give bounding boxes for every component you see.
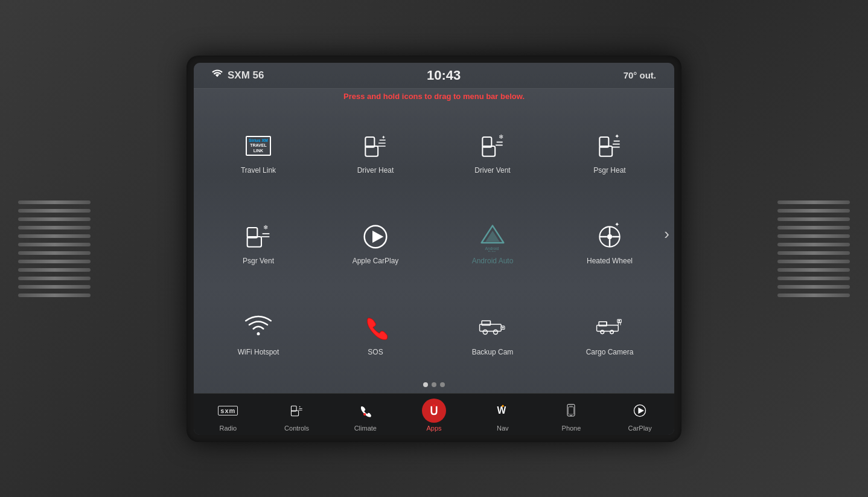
climate-icon — [357, 403, 373, 418]
apple-carplay-label: Apple CarPlay — [353, 257, 399, 265]
svg-point-49 — [618, 320, 620, 322]
next-page-arrow[interactable]: › — [664, 225, 669, 243]
app-apple-carplay[interactable]: Apple CarPlay — [317, 197, 434, 288]
nav-bar: sxm Radio ✦ Control — [194, 393, 674, 435]
controls-icon: ✦ — [289, 403, 305, 418]
app-driver-heat[interactable]: ✦ Driver Heat — [317, 107, 434, 197]
app-heated-wheel[interactable]: ✦ Heated Wheel — [551, 197, 668, 288]
nav-nav-icon-wrap: W — [491, 399, 515, 423]
car-surround: SXM 56 10:43 70° out. Press and hold ico… — [0, 0, 868, 497]
svg-text:✦: ✦ — [614, 132, 619, 139]
svg-point-56 — [433, 404, 435, 406]
nav-climate-label: Climate — [354, 425, 377, 432]
nav-nav[interactable]: W Nav — [468, 399, 537, 432]
driver-vent-icon: ❄ — [477, 129, 508, 162]
app-psgr-heat[interactable]: ✦ Psgr Heat — [551, 107, 668, 197]
nav-controls-icon-wrap: ✦ — [285, 399, 309, 423]
wifi-hotspot-label: WiFi Hotspot — [238, 348, 279, 356]
app-sos[interactable]: SOS — [317, 288, 434, 379]
apps-grid: Sirius XM TRAVEL LINK Travel Link — [200, 107, 668, 379]
pagination — [200, 379, 668, 390]
nav-apps[interactable]: Apps — [400, 399, 468, 432]
svg-point-58 — [502, 405, 503, 406]
app-travel-link[interactable]: Sirius XM TRAVEL LINK Travel Link — [200, 107, 317, 197]
app-android-auto[interactable]: Android Auto Android Auto — [434, 197, 551, 288]
screen-bezel: SXM 56 10:43 70° out. Press and hold ico… — [187, 56, 681, 442]
phone-icon — [564, 403, 578, 418]
carplay-nav-icon — [632, 403, 648, 418]
svg-text:Auto: Auto — [488, 250, 496, 252]
apple-carplay-icon — [360, 220, 391, 253]
nav-phone[interactable]: Phone — [537, 399, 606, 432]
nav-nav-label: Nav — [497, 425, 509, 432]
backup-cam-icon — [477, 311, 508, 344]
nav-icon: W — [495, 403, 511, 418]
nav-controls[interactable]: ✦ Controls — [263, 399, 331, 432]
svg-point-35 — [257, 333, 260, 336]
svg-text:✦: ✦ — [381, 133, 386, 139]
svg-point-55 — [363, 412, 366, 415]
app-driver-vent[interactable]: ❄ Driver Vent — [434, 107, 551, 197]
app-backup-cam[interactable]: Backup Cam — [434, 288, 551, 379]
nav-apps-label: Apps — [426, 425, 441, 432]
left-vent — [18, 128, 91, 370]
svg-point-29 — [607, 234, 612, 239]
svg-text:❄: ❄ — [263, 224, 268, 231]
heated-wheel-icon: ✦ — [595, 220, 625, 253]
nav-carplay-icon-wrap — [628, 399, 652, 423]
backup-cam-label: Backup Cam — [472, 348, 514, 356]
nav-carplay[interactable]: CarPlay — [605, 399, 674, 432]
heated-wheel-label: Heated Wheel — [587, 257, 633, 265]
psgr-heat-icon: ✦ — [595, 129, 625, 162]
driver-heat-label: Driver Heat — [357, 166, 394, 175]
station-label: SXM 56 — [228, 69, 264, 82]
message-bar: Press and hold icons to drag to menu bar… — [194, 89, 674, 104]
svg-text:✦: ✦ — [614, 222, 619, 228]
android-auto-icon: Android Auto — [477, 220, 508, 253]
pagination-dot-3[interactable] — [440, 382, 445, 387]
svg-text:✦: ✦ — [298, 405, 301, 408]
nav-controls-label: Controls — [284, 425, 309, 432]
svg-text:❄: ❄ — [499, 133, 503, 139]
cargo-camera-icon — [595, 311, 625, 344]
app-psgr-vent[interactable]: ❄ Psgr Vent — [200, 197, 317, 288]
nav-apps-icon-wrap — [422, 399, 446, 423]
sxm-icon: sxm — [218, 406, 238, 415]
nav-climate-icon-wrap — [353, 399, 377, 423]
psgr-vent-icon: ❄ — [243, 220, 273, 253]
pagination-dot-2[interactable] — [432, 382, 436, 387]
status-bar: SXM 56 10:43 70° out. — [194, 63, 674, 89]
driver-vent-label: Driver Vent — [474, 166, 510, 175]
svg-point-41 — [502, 327, 504, 329]
psgr-heat-label: Psgr Heat — [593, 166, 625, 175]
apps-area: Sirius XM TRAVEL LINK Travel Link — [194, 104, 674, 393]
svg-marker-23 — [372, 231, 383, 243]
android-auto-label: Android Auto — [472, 257, 514, 265]
screen: SXM 56 10:43 70° out. Press and hold ico… — [194, 63, 674, 435]
pagination-dot-1[interactable] — [423, 382, 428, 387]
driver-heat-icon: ✦ — [360, 129, 391, 162]
wifi-icon — [243, 311, 273, 344]
nav-climate[interactable]: Climate — [331, 399, 400, 432]
nav-carplay-label: CarPlay — [628, 425, 652, 432]
svg-point-62 — [571, 415, 572, 416]
cargo-camera-label: Cargo Camera — [586, 348, 634, 356]
svg-rect-61 — [569, 407, 574, 414]
psgr-vent-label: Psgr Vent — [243, 257, 274, 265]
nav-phone-label: Phone — [562, 425, 581, 432]
signal-icon — [212, 69, 223, 82]
temperature-display: 70° out. — [624, 70, 656, 80]
apps-icon — [427, 404, 441, 417]
svg-point-38 — [483, 330, 487, 335]
travel-link-label: Travel Link — [241, 166, 276, 175]
app-wifi-hotspot[interactable]: WiFi Hotspot — [200, 288, 317, 379]
nav-radio-label: Radio — [219, 425, 237, 432]
app-cargo-camera[interactable]: Cargo Camera — [551, 288, 668, 379]
sos-icon — [360, 311, 391, 344]
nav-phone-icon-wrap — [559, 399, 583, 423]
status-left: SXM 56 — [212, 69, 264, 82]
nav-radio[interactable]: sxm Radio — [194, 399, 263, 432]
nav-radio-icon-wrap: sxm — [216, 399, 240, 423]
right-vent — [777, 128, 850, 370]
time-display: 10:43 — [427, 68, 461, 83]
